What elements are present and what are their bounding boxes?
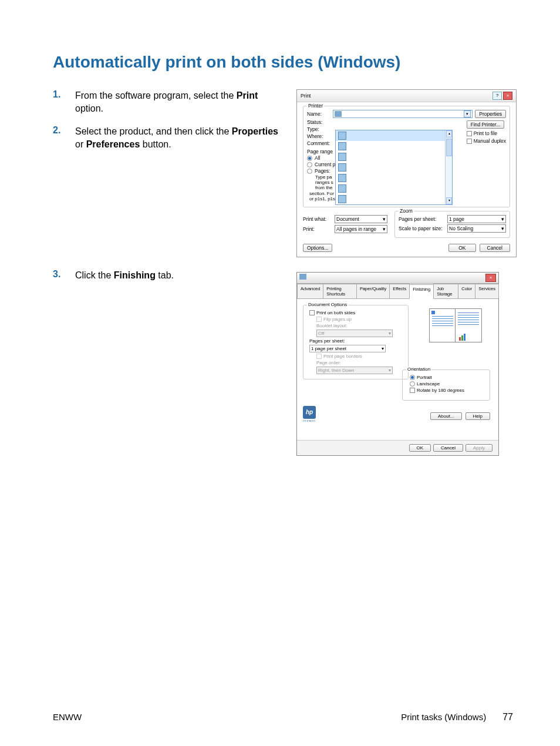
tab-finishing[interactable]: Finishing [409, 284, 434, 299]
booklet-label: Booklet layout: [316, 323, 347, 328]
step-1-num: 1. [53, 89, 75, 115]
pages-label: Pages: [315, 168, 330, 174]
tab-effects[interactable]: Effects [389, 284, 410, 298]
printer-icon [335, 111, 342, 117]
print-label: Print: [303, 226, 332, 232]
print-what-label: Print what: [303, 216, 332, 222]
find-printer-button[interactable]: Find Printer... [467, 120, 505, 129]
printer-icon [338, 163, 346, 172]
step-3-text: Click the Finishing tab. [75, 269, 174, 282]
hp-logo-icon: hp [303, 406, 316, 419]
scrollbar[interactable]: ▴ ▾ [445, 130, 452, 204]
pages-per-sheet-select[interactable]: 1 page▾ [447, 215, 506, 223]
printer-list-item[interactable] [336, 183, 452, 194]
options-button[interactable]: Options... [303, 244, 332, 252]
printer-list-item[interactable] [336, 173, 452, 183]
flip-pages-checkbox [316, 317, 322, 322]
step-1-bold: Print [237, 90, 258, 100]
type-label: Type: [307, 126, 330, 132]
cancel-button[interactable]: Cancel [433, 444, 463, 452]
hp-invent-label: invent [303, 419, 316, 422]
tab-job-storage[interactable]: Job Storage [433, 284, 458, 298]
landscape-label: Landscape [417, 381, 440, 387]
ok-button[interactable]: OK [409, 444, 431, 452]
apply-button[interactable]: Apply [465, 444, 492, 452]
print-dialog-title: Print [301, 93, 311, 99]
current-label: Current p [315, 162, 335, 167]
printer-name-select[interactable]: ▾ [333, 110, 473, 118]
tab-printing-shortcuts[interactable]: Printing Shortcuts [323, 284, 357, 298]
chevron-down-icon: ▾ [383, 216, 386, 222]
flip-pages-label: Flip pages up [323, 317, 352, 322]
printer-list-item[interactable] [336, 130, 452, 141]
step-1-text: From the software program, select the Pr… [75, 89, 288, 115]
about-button[interactable]: About... [430, 412, 462, 420]
tab-color[interactable]: Color [458, 284, 475, 298]
help-icon[interactable]: ? [492, 92, 502, 100]
print-value: All pages in range [336, 226, 376, 232]
pps-label: Pages per sheet: [399, 216, 436, 222]
print-both-sides-label: Print on both sides [316, 310, 355, 315]
manual-duplex-checkbox[interactable]: Manual duplex [467, 138, 506, 144]
footer-left: ENWW [53, 712, 82, 722]
printer-list-item[interactable] [336, 141, 452, 152]
current-radio[interactable] [307, 162, 312, 167]
tab-advanced[interactable]: Advanced [297, 284, 323, 298]
print-borders-label: Print page borders [323, 354, 362, 359]
page-order-select: Right, then Down▾ [316, 367, 393, 374]
printer-list-item[interactable] [336, 162, 452, 173]
rotate-label: Rotate by 180 degrees [417, 388, 464, 393]
all-radio[interactable] [307, 156, 312, 161]
scroll-thumb[interactable] [446, 139, 452, 156]
step-2-pre: Select the product, and then click the [75, 126, 232, 136]
chevron-down-icon: ▾ [501, 226, 504, 231]
name-label: Name: [307, 111, 330, 117]
printer-icon [338, 142, 346, 150]
close-icon[interactable]: × [503, 92, 512, 100]
printer-list-item[interactable] [336, 152, 452, 162]
printer-small-icon [299, 274, 306, 280]
preview-illustration [426, 307, 490, 348]
landscape-radio[interactable] [410, 381, 415, 387]
step-1-pre: From the software program, select the [75, 90, 237, 100]
status-label: Status: [307, 119, 330, 125]
printer-dropdown-list[interactable]: ▴ ▾ [335, 130, 453, 205]
printer-icon [338, 132, 346, 140]
pages-per-sheet-select[interactable]: 1 page per sheet▾ [309, 345, 386, 352]
scale-select[interactable]: No Scaling▾ [447, 224, 506, 233]
print-to-file-label: Print to file [474, 130, 497, 136]
tab-paper-quality[interactable]: Paper/Quality [356, 284, 390, 298]
step-2: 2. Select the product, and then click th… [53, 125, 288, 150]
help-button[interactable]: Help [465, 412, 490, 420]
close-icon[interactable]: × [485, 274, 496, 282]
chevron-down-icon: ▾ [501, 216, 504, 222]
portrait-radio[interactable] [410, 375, 415, 380]
chevron-down-icon: ▾ [382, 346, 384, 351]
printer-icon [338, 174, 346, 182]
chevron-down-icon: ▾ [389, 331, 391, 336]
zoom-legend: Zoom [399, 208, 414, 214]
scroll-down-icon[interactable]: ▾ [446, 197, 452, 204]
where-label: Where: [307, 133, 330, 139]
page-order-label: Page order: [316, 360, 341, 365]
tab-row: Advanced Printing Shortcuts Paper/Qualit… [297, 284, 498, 299]
print-borders-checkbox [316, 354, 322, 359]
chevron-down-icon[interactable]: ▾ [464, 110, 471, 117]
rotate-checkbox[interactable] [410, 388, 415, 393]
properties-dialog: × Advanced Printing Shortcuts Paper/Qual… [296, 272, 499, 456]
pages-radio[interactable] [307, 169, 312, 174]
step-1-post: option. [75, 103, 103, 113]
document-options-legend: Document Options [307, 302, 348, 307]
pages-per-sheet-label: Pages per sheet: [309, 338, 345, 344]
cancel-button[interactable]: Cancel [480, 244, 510, 252]
ok-button[interactable]: OK [448, 244, 475, 252]
print-select[interactable]: All pages in range▾ [335, 225, 387, 233]
tab-services[interactable]: Services [475, 284, 499, 298]
properties-button[interactable]: Properties [475, 110, 506, 118]
printer-list-item[interactable] [336, 194, 452, 204]
orientation-legend: Orientation [406, 367, 431, 372]
scroll-up-icon[interactable]: ▴ [446, 130, 452, 137]
print-both-sides-checkbox[interactable] [309, 310, 315, 315]
print-what-select[interactable]: Document▾ [335, 215, 387, 223]
print-to-file-checkbox[interactable]: Print to file [467, 130, 497, 136]
